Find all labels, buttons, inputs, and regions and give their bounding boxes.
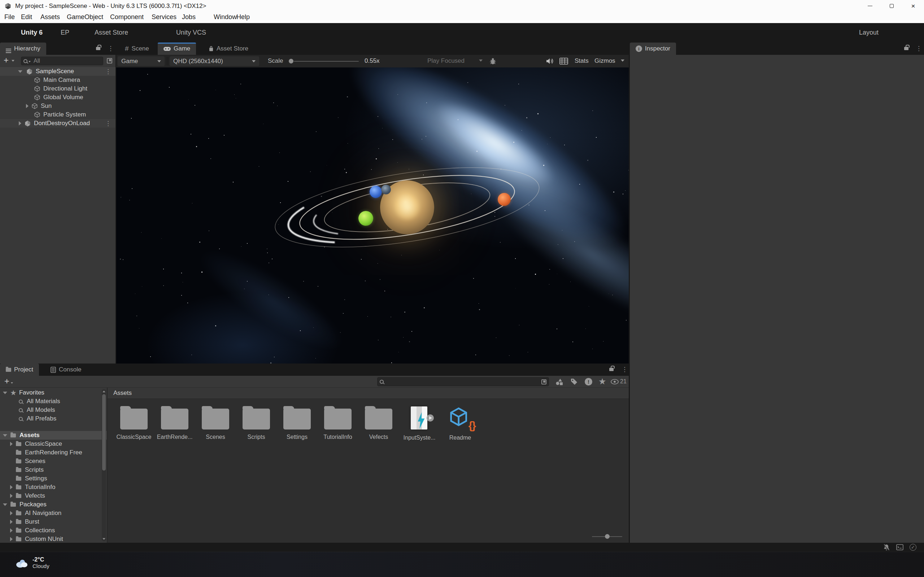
favorites-star-icon[interactable]: ★: [598, 377, 606, 387]
tree-packages-root[interactable]: Packages: [0, 500, 107, 509]
notifications-muted-icon[interactable]: [883, 544, 890, 551]
game-viewport[interactable]: [116, 68, 629, 364]
project-add-caret-icon[interactable]: [11, 382, 13, 384]
alert-filter-icon[interactable]: !: [585, 378, 592, 385]
tab-console[interactable]: Console: [45, 364, 87, 376]
hierarchy-search[interactable]: [21, 56, 103, 65]
hierarchy-row[interactable]: Sun: [0, 102, 115, 110]
scroll-up-icon[interactable]: [102, 390, 105, 392]
tree-assets-root[interactable]: Assets: [0, 431, 107, 440]
scene-more-icon[interactable]: ⋮: [105, 69, 111, 75]
tree-folder[interactable]: EarthRendering Free: [0, 448, 107, 457]
hierarchy-add-button[interactable]: +: [3, 56, 9, 64]
display-target-dropdown[interactable]: Game: [118, 56, 165, 66]
filter-by-label-icon[interactable]: [570, 378, 578, 385]
layout-label[interactable]: Layout: [859, 29, 879, 36]
asset-item[interactable]: InputSyste...: [400, 405, 439, 441]
inspector-lock-icon[interactable]: [904, 44, 908, 52]
hierarchy-row[interactable]: Particle System: [0, 110, 115, 119]
grid-zoom-slider-knob[interactable]: [605, 534, 610, 539]
hierarchy-more-icon[interactable]: ⋮: [108, 45, 114, 52]
project-tree-scrollbar[interactable]: [102, 389, 106, 541]
tree-folder[interactable]: ClassicSpace: [0, 440, 107, 448]
tree-folder[interactable]: Settings: [0, 474, 107, 483]
debug-bug-icon[interactable]: [489, 57, 497, 65]
tab-inspector[interactable]: i Inspector: [630, 43, 676, 55]
tab-asset-store[interactable]: Asset Store: [203, 43, 254, 55]
project-add-button[interactable]: +: [4, 377, 10, 385]
asset-store-label[interactable]: Asset Store: [95, 29, 128, 36]
hierarchy-row-scene[interactable]: SampleScene ⋮: [0, 67, 115, 76]
tab-hierarchy[interactable]: Hierarchy: [0, 43, 46, 55]
menu-services[interactable]: Services: [152, 13, 176, 21]
project-search-input[interactable]: [384, 378, 541, 385]
mute-audio-icon[interactable]: [546, 58, 554, 64]
scale-slider-knob[interactable]: [289, 59, 294, 63]
asset-item[interactable]: TutorialInfo: [319, 405, 357, 440]
project-lock-icon[interactable]: [609, 365, 614, 372]
close-button[interactable]: ×: [902, 0, 924, 12]
dontdestroy-more-icon[interactable]: ⋮: [105, 121, 111, 127]
hierarchy-row[interactable]: Global Volume: [0, 93, 115, 102]
tree-all-materials[interactable]: All Materials: [0, 397, 107, 406]
tree-folder[interactable]: TutorialInfo: [0, 483, 107, 492]
tree-folder[interactable]: Custom NUnit: [0, 535, 107, 543]
resolution-dropdown[interactable]: QHD (2560x1440): [170, 56, 259, 66]
tree-folder[interactable]: AI Navigation: [0, 509, 107, 517]
tab-project[interactable]: Project: [0, 364, 39, 376]
maximize-button[interactable]: [881, 0, 902, 12]
menu-help[interactable]: Help: [236, 13, 250, 21]
hidden-count-eye-icon[interactable]: [611, 379, 619, 384]
asset-item[interactable]: ClassicSpace: [115, 405, 153, 440]
weather-widget[interactable]: -2°C Cloudy: [15, 556, 50, 569]
collapse-icon[interactable]: [18, 70, 23, 73]
asset-item[interactable]: {} Readme: [441, 405, 479, 441]
menu-jobs[interactable]: Jobs: [182, 13, 195, 21]
vcs-label[interactable]: Unity VCS: [176, 29, 206, 36]
hierarchy-row-dontdestroy[interactable]: DontDestroyOnLoad ⋮: [0, 119, 115, 128]
menu-file[interactable]: File: [4, 13, 15, 21]
hierarchy-row[interactable]: Directional Light: [0, 84, 115, 93]
filter-by-type-icon[interactable]: [555, 378, 563, 386]
hierarchy-add-caret-icon[interactable]: [11, 60, 15, 62]
hierarchy-lock-icon[interactable]: [96, 44, 100, 52]
tree-folder[interactable]: Collections: [0, 526, 107, 535]
gizmos-caret-icon[interactable]: [621, 60, 624, 62]
project-more-icon[interactable]: ⋮: [622, 366, 628, 372]
menu-window[interactable]: Window: [214, 13, 237, 21]
tree-favorites[interactable]: ★ Favorites: [0, 388, 107, 397]
grid-keyboard-icon[interactable]: [559, 58, 568, 64]
tree-all-prefabs[interactable]: All Prefabs: [0, 414, 107, 423]
status-check-icon[interactable]: ✓: [909, 544, 916, 551]
asset-item[interactable]: Settings: [278, 405, 316, 440]
tab-scene[interactable]: # Scene: [119, 43, 155, 55]
console-window-icon[interactable]: [896, 544, 903, 550]
account-label[interactable]: EP: [61, 29, 69, 36]
tree-folder[interactable]: Scenes: [0, 457, 107, 466]
asset-item[interactable]: Vefects: [360, 405, 398, 440]
scroll-down-icon[interactable]: [102, 538, 105, 540]
expand-icon[interactable]: [19, 121, 21, 126]
play-focused-dropdown[interactable]: Play Focused: [427, 57, 465, 64]
tree-folder[interactable]: Vefects: [0, 492, 107, 500]
expand-icon[interactable]: [26, 104, 29, 108]
tree-folder[interactable]: Burst: [0, 517, 107, 526]
play-focused-caret-icon[interactable]: [479, 60, 483, 62]
hierarchy-picker-icon[interactable]: [107, 58, 112, 63]
menu-edit[interactable]: Edit: [21, 13, 32, 21]
asset-item[interactable]: EarthRende...: [155, 405, 194, 440]
menu-gameobject[interactable]: GameObject: [67, 13, 103, 21]
tree-all-models[interactable]: All Models: [0, 406, 107, 414]
stats-toggle[interactable]: Stats: [575, 57, 589, 64]
gizmos-dropdown[interactable]: Gizmos: [594, 57, 615, 64]
hierarchy-row[interactable]: Main Camera: [0, 76, 115, 84]
minimize-button[interactable]: [859, 0, 881, 12]
menu-component[interactable]: Component: [110, 13, 144, 21]
asset-item[interactable]: Scenes: [196, 405, 234, 440]
project-search[interactable]: [377, 377, 549, 386]
tab-game[interactable]: Game: [158, 43, 196, 55]
scrollbar-thumb[interactable]: [102, 394, 106, 471]
menu-assets[interactable]: Assets: [40, 13, 60, 21]
scale-slider-track[interactable]: [294, 61, 359, 62]
asset-item[interactable]: Scripts: [237, 405, 275, 440]
